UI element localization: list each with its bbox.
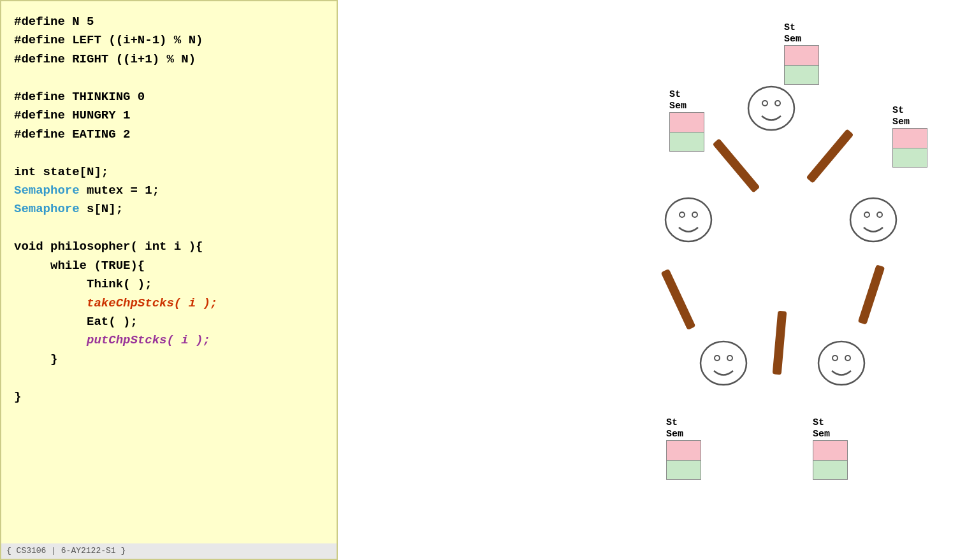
sem-bottom-right: St Sem <box>813 417 848 480</box>
smiley-top-center <box>746 83 797 134</box>
smiley-bottom-left <box>698 338 749 389</box>
code-panel: #define N 5 #define LEFT ((i+N-1) % N) #… <box>0 0 338 560</box>
sem-sem-label: Sem <box>813 429 848 440</box>
svg-point-7 <box>864 212 869 217</box>
chopstick-1 <box>712 138 760 193</box>
code-block: #define N 5 #define LEFT ((i+N-1) % N) #… <box>14 13 324 406</box>
sem-top-center: St Sem <box>784 22 819 85</box>
chopstick-2 <box>806 129 854 183</box>
svg-point-12 <box>818 341 864 385</box>
sem-st-label: St <box>784 22 819 33</box>
svg-point-5 <box>692 212 697 217</box>
svg-point-10 <box>715 355 720 361</box>
sem-rect <box>813 440 848 480</box>
sem-sem-label: Sem <box>669 101 704 111</box>
sem-rect <box>892 128 927 168</box>
sem-sem-label: Sem <box>892 117 927 127</box>
sem-rect <box>666 440 701 480</box>
code-footer: { CS3106 | 6-AY2122-S1 } <box>1 543 337 559</box>
svg-point-1 <box>762 101 767 106</box>
smiley-left-center <box>663 194 714 245</box>
chopstick-4 <box>858 264 885 325</box>
diagram-panel: St Sem St Sem St Sem St Sem St <box>338 0 974 560</box>
sem-top-right: St Sem <box>892 105 927 168</box>
sem-st-label: St <box>892 105 927 116</box>
sem-sem-label: Sem <box>784 34 819 45</box>
svg-point-4 <box>680 212 685 217</box>
smiley-bottom-right <box>816 338 867 389</box>
sem-rect <box>784 45 819 85</box>
sem-bottom-left: St Sem <box>666 417 701 480</box>
svg-point-8 <box>877 212 882 217</box>
svg-point-6 <box>850 198 896 241</box>
svg-point-0 <box>748 87 794 130</box>
sem-rect <box>669 112 704 152</box>
chopstick-5 <box>773 311 787 375</box>
sem-st-label: St <box>813 417 848 428</box>
svg-point-3 <box>665 198 711 241</box>
svg-point-13 <box>832 355 838 361</box>
sem-st-label: St <box>666 417 701 428</box>
line-1: #define N 5 #define LEFT ((i+N-1) % N) #… <box>14 15 217 404</box>
sem-top-left: St Sem <box>669 89 704 152</box>
svg-point-2 <box>775 101 780 106</box>
svg-point-11 <box>727 355 732 361</box>
svg-point-9 <box>701 341 746 385</box>
sem-sem-label: Sem <box>666 429 701 440</box>
sem-st-label: St <box>669 89 704 100</box>
svg-point-14 <box>845 355 850 361</box>
smiley-right-center <box>848 194 899 245</box>
chopstick-3 <box>661 269 696 331</box>
